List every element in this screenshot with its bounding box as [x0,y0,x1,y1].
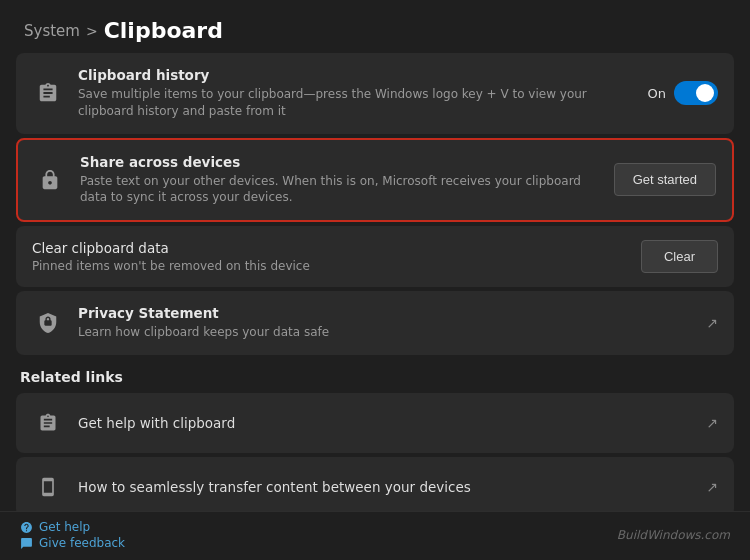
footer-links: Get help Give feedback [20,520,125,550]
share-across-devices-content: Share across devices Paste text on your … [80,154,600,207]
clipboard-history-desc: Save multiple items to your clipboard—pr… [78,86,634,120]
privacy-statement-title: Privacy Statement [78,305,692,321]
share-across-devices-title: Share across devices [80,154,600,170]
clipboard-history-icon [32,77,64,109]
privacy-statement-icon [32,307,64,339]
privacy-statement-desc: Learn how clipboard keeps your data safe [78,324,692,341]
clear-clipboard-section: Clear clipboard data Pinned items won't … [16,226,734,287]
clipboard-history-toggle[interactable] [674,81,718,105]
privacy-statement-content: Privacy Statement Learn how clipboard ke… [78,305,692,341]
footer: Get help Give feedback BuildWindows.com [0,511,750,560]
related-link-text-0: Get help with clipboard [78,415,692,431]
clear-button[interactable]: Clear [641,240,718,273]
breadcrumb-system: System [24,22,80,40]
share-across-devices-icon [34,164,66,196]
related-link-text-1: How to seamlessly transfer content betwe… [78,479,692,495]
external-link-icon-0: ↗ [706,415,718,431]
give-feedback-link[interactable]: Give feedback [20,536,125,550]
clear-clipboard-desc: Pinned items won't be removed on this de… [32,259,310,273]
help-clipboard-icon [32,407,64,439]
external-link-icon: ↗ [706,315,718,331]
share-across-devices-card: Share across devices Paste text on your … [16,138,734,223]
page-title: Clipboard [104,18,223,43]
clipboard-history-title: Clipboard history [78,67,634,83]
give-feedback-label: Give feedback [39,536,125,550]
clear-clipboard-title: Clear clipboard data [32,240,310,256]
privacy-statement-card[interactable]: Privacy Statement Learn how clipboard ke… [16,291,734,355]
clipboard-history-toggle-container: On [648,81,718,105]
get-help-label: Get help [39,520,90,534]
related-links-title: Related links [16,369,734,393]
related-link-item-0[interactable]: Get help with clipboard ↗ [16,393,734,453]
toggle-on-label: On [648,86,666,101]
page: System > Clipboard Clipboard history Sav… [0,0,750,560]
clipboard-history-content: Clipboard history Save multiple items to… [78,67,634,120]
clipboard-history-card: Clipboard history Save multiple items to… [16,53,734,134]
share-across-devices-desc: Paste text on your other devices. When t… [80,173,600,207]
transfer-content-icon [32,471,64,503]
brand-label: BuildWindows.com [617,528,730,542]
breadcrumb-chevron: > [86,23,98,39]
related-links-section: Related links Get help with clipboard ↗ … [16,369,734,511]
external-link-icon-1: ↗ [706,479,718,495]
header: System > Clipboard [0,0,750,53]
get-started-button[interactable]: Get started [614,163,716,196]
clear-clipboard-content: Clear clipboard data Pinned items won't … [32,240,310,273]
toggle-knob [696,84,714,102]
settings-content: Clipboard history Save multiple items to… [0,53,750,511]
related-link-item-1[interactable]: How to seamlessly transfer content betwe… [16,457,734,511]
get-help-link[interactable]: Get help [20,520,125,534]
